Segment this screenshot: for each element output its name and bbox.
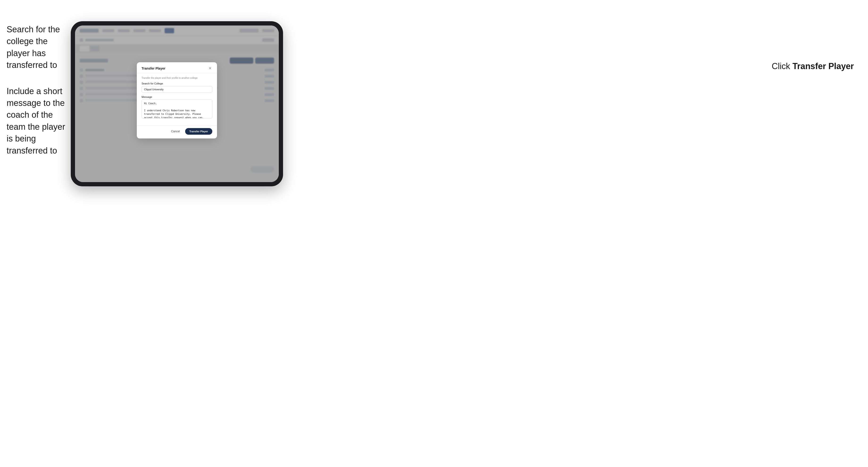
tablet-frame: Transfer Player ✕ Transfer the player an… bbox=[71, 21, 283, 186]
annotation-left-container: Search for the college the player has tr… bbox=[7, 24, 70, 171]
transfer-player-modal: Transfer Player ✕ Transfer the player an… bbox=[137, 62, 217, 138]
tablet-screen: Transfer Player ✕ Transfer the player an… bbox=[75, 26, 279, 182]
message-textarea[interactable]: Hi Coach, I understand Chris Robertson h… bbox=[142, 99, 212, 118]
search-college-input[interactable] bbox=[142, 86, 212, 93]
search-college-label: Search for College bbox=[142, 82, 212, 85]
cancel-button[interactable]: Cancel bbox=[168, 128, 183, 134]
transfer-player-button[interactable]: Transfer Player bbox=[185, 128, 213, 135]
message-label: Message bbox=[142, 96, 212, 98]
modal-title: Transfer Player bbox=[142, 66, 165, 70]
modal-header: Transfer Player ✕ bbox=[137, 62, 217, 73]
annotation-text-message: Include a short message to the coach of … bbox=[7, 85, 70, 157]
annotation-text-transfer-bold: Transfer Player bbox=[793, 61, 854, 71]
modal-footer: Cancel Transfer Player bbox=[137, 125, 217, 138]
modal-body: Transfer the player and their profile to… bbox=[137, 73, 217, 125]
modal-subtitle: Transfer the player and their profile to… bbox=[142, 76, 212, 79]
annotation-text-click: Click bbox=[772, 61, 793, 71]
annotation-text-search: Search for the college the player has tr… bbox=[7, 24, 70, 71]
annotation-right-container: Click Transfer Player bbox=[772, 61, 854, 71]
modal-overlay: Transfer Player ✕ Transfer the player an… bbox=[75, 26, 279, 182]
close-icon[interactable]: ✕ bbox=[208, 66, 212, 71]
